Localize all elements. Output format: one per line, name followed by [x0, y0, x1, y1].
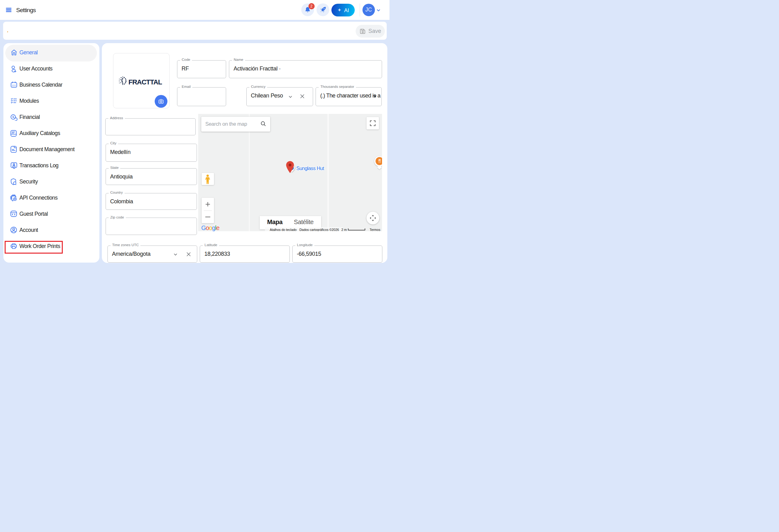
svg-text:$: $ — [12, 116, 14, 119]
